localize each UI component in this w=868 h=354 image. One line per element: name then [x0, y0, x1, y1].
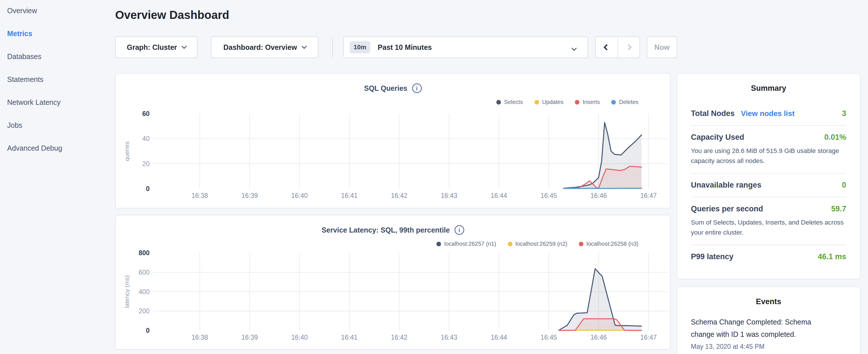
- svg-text:16:46: 16:46: [590, 192, 607, 199]
- svg-text:16:39: 16:39: [241, 192, 258, 199]
- time-back-button[interactable]: [596, 37, 618, 58]
- svg-text:0: 0: [146, 327, 150, 334]
- svg-text:latency (ms): latency (ms): [124, 275, 130, 308]
- svg-text:16:44: 16:44: [491, 192, 507, 199]
- events-title: Events: [677, 287, 860, 306]
- svg-text:16:46: 16:46: [590, 334, 607, 341]
- view-nodes-link[interactable]: View nodes list: [741, 109, 795, 118]
- summary-row-description: You are using 28.6 MiB of 515.9 GiB usab…: [691, 146, 846, 166]
- svg-text:16:42: 16:42: [391, 334, 407, 341]
- summary-row-value: 0: [842, 181, 846, 190]
- controls-divider: [332, 37, 333, 57]
- svg-text:16:41: 16:41: [341, 334, 358, 341]
- graph-dropdown[interactable]: Graph: Cluster: [115, 36, 197, 58]
- sidebar-item-databases[interactable]: Databases: [7, 52, 93, 61]
- svg-text:16:45: 16:45: [540, 192, 557, 199]
- chevron-down-icon: [302, 43, 307, 49]
- svg-text:16:41: 16:41: [341, 192, 358, 199]
- summary-row: Capacity Used0.01%You are using 28.6 MiB…: [691, 125, 846, 173]
- now-button-label: Now: [654, 43, 670, 52]
- svg-text:queries: queries: [124, 141, 130, 161]
- svg-text:16:40: 16:40: [291, 192, 308, 199]
- dashboard-dropdown[interactable]: Dashboard: Overview: [211, 36, 318, 58]
- summary-rows: Total NodesView nodes list3Capacity Used…: [691, 102, 846, 268]
- summary-title: Summary: [677, 74, 860, 93]
- summary-row: P99 latency46.1 ms: [691, 245, 846, 268]
- sidebar: OverviewMetricsDatabasesStatementsNetwor…: [0, 0, 109, 354]
- svg-text:16:38: 16:38: [191, 192, 208, 199]
- dashboard-dropdown-label: Dashboard: Overview: [223, 43, 297, 52]
- svg-text:16:38: 16:38: [191, 334, 208, 341]
- svg-text:16:47: 16:47: [640, 192, 657, 199]
- time-range-label: Past 10 Minutes: [378, 43, 432, 52]
- chevron-down-icon: [181, 43, 187, 49]
- summary-row-label: Total Nodes: [691, 109, 735, 118]
- summary-row: Total NodesView nodes list3: [691, 102, 846, 125]
- service-latency-plot[interactable]: 16:3816:3916:4016:4116:4216:4316:4416:45…: [116, 215, 671, 351]
- service-latency-card: Service Latency: SQL, 99th percentile lo…: [115, 215, 671, 350]
- summary-row-value: 0.01%: [824, 133, 846, 142]
- sidebar-item-overview[interactable]: Overview: [7, 6, 93, 15]
- time-forward-button[interactable]: [618, 37, 639, 58]
- svg-text:60: 60: [142, 110, 150, 118]
- chevron-down-icon: [571, 45, 577, 51]
- svg-text:40: 40: [142, 135, 150, 142]
- svg-text:16:44: 16:44: [491, 334, 507, 341]
- svg-text:600: 600: [139, 269, 150, 276]
- summary-row-label: P99 latency: [691, 252, 734, 261]
- svg-text:20: 20: [142, 160, 150, 167]
- summary-row: Unavailable ranges0: [691, 173, 846, 197]
- summary-row-value: 3: [842, 109, 846, 118]
- svg-text:16:43: 16:43: [441, 334, 457, 341]
- summary-row-value: 59.7: [831, 204, 846, 213]
- svg-text:16:39: 16:39: [241, 334, 258, 341]
- summary-row-label: Unavailable ranges: [691, 181, 762, 190]
- svg-text:0: 0: [146, 185, 150, 192]
- time-range-select[interactable]: 10m Past 10 Minutes: [343, 36, 588, 58]
- svg-text:16:43: 16:43: [441, 192, 457, 199]
- time-range-badge: 10m: [350, 41, 370, 53]
- sidebar-item-metrics[interactable]: Metrics: [7, 29, 93, 38]
- graph-dropdown-label: Graph: Cluster: [127, 43, 177, 52]
- time-step-buttons: [595, 36, 640, 58]
- event-timestamp: May 13, 2020 at 4:45 PM: [691, 343, 846, 351]
- svg-text:16:45: 16:45: [540, 334, 557, 341]
- sidebar-nav: OverviewMetricsDatabasesStatementsNetwor…: [0, 6, 93, 167]
- svg-text:200: 200: [139, 307, 150, 315]
- sidebar-item-statements[interactable]: Statements: [7, 75, 93, 84]
- sidebar-item-network-latency[interactable]: Network Latency: [7, 98, 93, 106]
- chevron-left-icon: [603, 44, 610, 51]
- svg-text:16:47: 16:47: [640, 334, 657, 341]
- sidebar-item-advanced-debug[interactable]: Advanced Debug: [7, 144, 93, 152]
- sql-queries-plot[interactable]: 16:3816:3916:4016:4116:4216:4316:4416:45…: [116, 74, 671, 210]
- events-panel: Events Schema Change Completed: Schema c…: [677, 286, 861, 354]
- db-console-app: OverviewMetricsDatabasesStatementsNetwor…: [0, 0, 868, 354]
- summary-panel: Summary Total NodesView nodes list3Capac…: [677, 73, 861, 279]
- summary-row-label: Queries per second: [691, 204, 763, 213]
- sql-queries-card: SQL Queries SelectsUpdatesInsertsDeletes…: [115, 73, 671, 208]
- chevron-right-icon: [626, 44, 632, 51]
- now-button[interactable]: Now: [647, 36, 677, 58]
- svg-text:400: 400: [139, 288, 150, 296]
- sidebar-item-jobs[interactable]: Jobs: [7, 121, 93, 129]
- svg-text:800: 800: [139, 249, 150, 257]
- svg-text:16:40: 16:40: [291, 334, 308, 341]
- summary-row-label: Capacity Used: [691, 133, 744, 142]
- event-text: Schema Change Completed: Schema change w…: [691, 316, 826, 341]
- summary-row-description: Sum of Selects, Updates, Inserts, and De…: [691, 217, 846, 237]
- summary-row-value: 46.1 ms: [818, 252, 846, 261]
- event-item[interactable]: Schema Change Completed: Schema change w…: [691, 316, 846, 351]
- events-list: Schema Change Completed: Schema change w…: [677, 316, 860, 351]
- summary-row: Queries per second59.7Sum of Selects, Up…: [691, 197, 846, 245]
- page-title: Overview Dashboard: [115, 9, 229, 22]
- svg-text:16:42: 16:42: [391, 192, 407, 199]
